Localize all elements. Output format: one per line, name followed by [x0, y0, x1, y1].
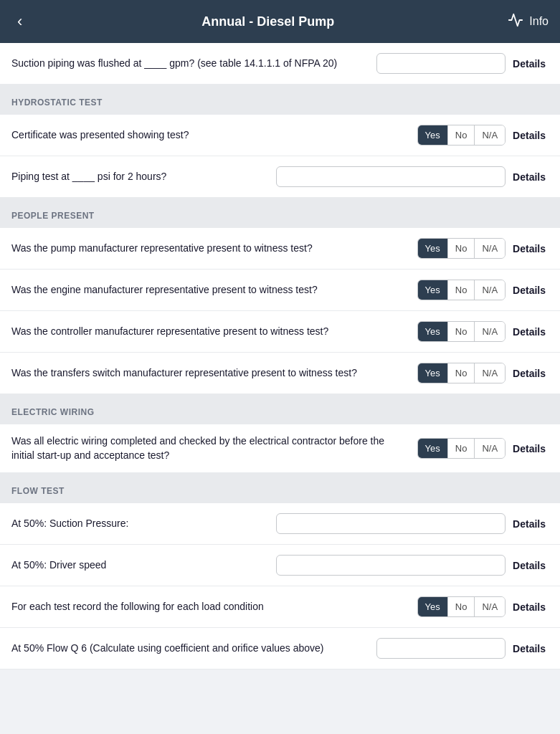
- input-q9[interactable]: [276, 513, 506, 534]
- input-q1[interactable]: [376, 53, 506, 74]
- details-button-q8[interactable]: Details: [510, 440, 549, 457]
- question-text-q1: Suction piping was flushed at ____ gpm? …: [11, 57, 368, 71]
- question-row-q12: At 50% Flow Q 6 (Calculate using coeffic…: [0, 628, 560, 669]
- question-text-q10: At 50%: Driver speed: [11, 558, 267, 573]
- details-button-q1[interactable]: Details: [510, 55, 549, 72]
- input-q10[interactable]: [276, 555, 506, 576]
- divider-hydrostatic: [0, 85, 560, 90]
- question-controls-q7: Yes No N/A Details: [417, 363, 549, 383]
- question-controls-q3: Details: [276, 166, 549, 187]
- no-button-q5[interactable]: No: [447, 280, 475, 300]
- question-text-q3: Piping test at ____ psi for 2 hours?: [11, 170, 267, 184]
- question-controls-q12: Details: [376, 638, 549, 659]
- details-button-q5[interactable]: Details: [510, 282, 549, 299]
- section-header-electric: ELECTRIC WIRING: [0, 400, 560, 424]
- question-row-q6: Was the controller manufacturer represen…: [0, 311, 560, 353]
- info-button[interactable]: Info: [508, 12, 549, 32]
- na-button-q5[interactable]: N/A: [474, 280, 505, 300]
- no-button-q4[interactable]: No: [447, 239, 475, 258]
- details-button-q10[interactable]: Details: [510, 557, 549, 574]
- section-header-people: PEOPLE PRESENT: [0, 204, 560, 228]
- yes-button-q7[interactable]: Yes: [418, 363, 447, 383]
- main-content: Suction piping was flushed at ____ gpm? …: [0, 43, 560, 669]
- na-button-q11[interactable]: N/A: [474, 597, 505, 616]
- question-row-q2: Certificate was presented showing test? …: [0, 115, 560, 156]
- question-row-q9: At 50%: Suction Pressure: Details: [0, 503, 560, 545]
- question-controls-q4: Yes No N/A Details: [417, 238, 549, 259]
- question-controls-q2: Yes No N/A Details: [417, 125, 549, 146]
- yes-no-group-q5: Yes No N/A: [417, 280, 506, 300]
- question-text-q6: Was the controller manufacturer represen…: [11, 325, 409, 339]
- details-button-q9[interactable]: Details: [510, 515, 549, 533]
- yes-button-q5[interactable]: Yes: [418, 280, 447, 300]
- question-text-q8: Was all electric wiring completed and ch…: [11, 434, 409, 462]
- na-button-q7[interactable]: N/A: [474, 363, 505, 383]
- question-controls-q1: Details: [376, 53, 549, 74]
- no-button-q2[interactable]: No: [447, 125, 475, 145]
- details-button-q3[interactable]: Details: [510, 168, 549, 186]
- yes-no-group-q6: Yes No N/A: [417, 321, 506, 342]
- yes-no-group-q4: Yes No N/A: [417, 238, 506, 259]
- yes-button-q4[interactable]: Yes: [418, 239, 447, 258]
- details-button-q7[interactable]: Details: [510, 365, 549, 382]
- question-controls-q9: Details: [276, 513, 549, 534]
- question-text-q12: At 50% Flow Q 6 (Calculate using coeffic…: [11, 642, 368, 656]
- chart-icon: [508, 12, 523, 32]
- section-header-hydrostatic: HYDROSTATIC TEST: [0, 90, 560, 115]
- yes-no-group-q7: Yes No N/A: [417, 363, 506, 383]
- details-button-q12[interactable]: Details: [510, 640, 549, 657]
- question-row-q7: Was the transfers switch manufacturer re…: [0, 353, 560, 394]
- divider-flow: [0, 473, 560, 479]
- question-row-q10: At 50%: Driver speed Details: [0, 545, 560, 586]
- yes-button-q2[interactable]: Yes: [418, 125, 447, 145]
- question-text-q11: For each test record the following for e…: [11, 600, 409, 614]
- yes-button-q11[interactable]: Yes: [418, 597, 447, 616]
- no-button-q8[interactable]: No: [447, 439, 475, 458]
- question-controls-q5: Yes No N/A Details: [417, 280, 549, 300]
- question-controls-q11: Yes No N/A Details: [417, 596, 549, 617]
- question-text-q9: At 50%: Suction Pressure:: [11, 517, 267, 531]
- question-text-q7: Was the transfers switch manufacturer re…: [11, 366, 409, 381]
- na-button-q4[interactable]: N/A: [474, 239, 505, 258]
- app-header: ‹ Annual - Diesel Pump Info: [0, 0, 560, 43]
- yes-no-group-q8: Yes No N/A: [417, 438, 506, 459]
- question-text-q4: Was the pump manufacturer representative…: [11, 242, 409, 256]
- yes-button-q8[interactable]: Yes: [418, 439, 447, 458]
- page-title: Annual - Diesel Pump: [28, 14, 508, 29]
- question-row-q4: Was the pump manufacturer representative…: [0, 228, 560, 270]
- na-button-q6[interactable]: N/A: [474, 322, 505, 341]
- question-row-q11: For each test record the following for e…: [0, 586, 560, 628]
- info-label: Info: [529, 15, 549, 28]
- question-controls-q8: Yes No N/A Details: [417, 438, 549, 459]
- yes-button-q6[interactable]: Yes: [418, 322, 447, 341]
- question-row-q3: Piping test at ____ psi for 2 hours? Det…: [0, 156, 560, 198]
- question-row-q5: Was the engine manufacturer representati…: [0, 270, 560, 311]
- question-row-q1: Suction piping was flushed at ____ gpm? …: [0, 43, 560, 85]
- input-q3[interactable]: [276, 166, 506, 187]
- na-button-q2[interactable]: N/A: [474, 125, 505, 145]
- back-button[interactable]: ‹: [11, 6, 28, 37]
- question-row-q8: Was all electric wiring completed and ch…: [0, 424, 560, 473]
- question-text-q5: Was the engine manufacturer representati…: [11, 283, 409, 297]
- details-button-q4[interactable]: Details: [510, 240, 549, 257]
- details-button-q11[interactable]: Details: [510, 599, 549, 616]
- no-button-q11[interactable]: No: [447, 597, 475, 616]
- details-button-q2[interactable]: Details: [510, 127, 549, 144]
- no-button-q7[interactable]: No: [447, 363, 475, 383]
- yes-no-group-q11: Yes No N/A: [417, 596, 506, 617]
- question-controls-q6: Yes No N/A Details: [417, 321, 549, 342]
- divider-electric: [0, 394, 560, 400]
- question-controls-q10: Details: [276, 555, 549, 576]
- no-button-q6[interactable]: No: [447, 322, 475, 341]
- details-button-q6[interactable]: Details: [510, 323, 549, 340]
- input-q12[interactable]: [376, 638, 506, 659]
- divider-people: [0, 198, 560, 204]
- yes-no-group-q2: Yes No N/A: [417, 125, 506, 146]
- back-icon: ‹: [17, 12, 22, 31]
- question-text-q2: Certificate was presented showing test?: [11, 128, 409, 143]
- section-header-flow: FLOW TEST: [0, 479, 560, 503]
- na-button-q8[interactable]: N/A: [474, 439, 505, 458]
